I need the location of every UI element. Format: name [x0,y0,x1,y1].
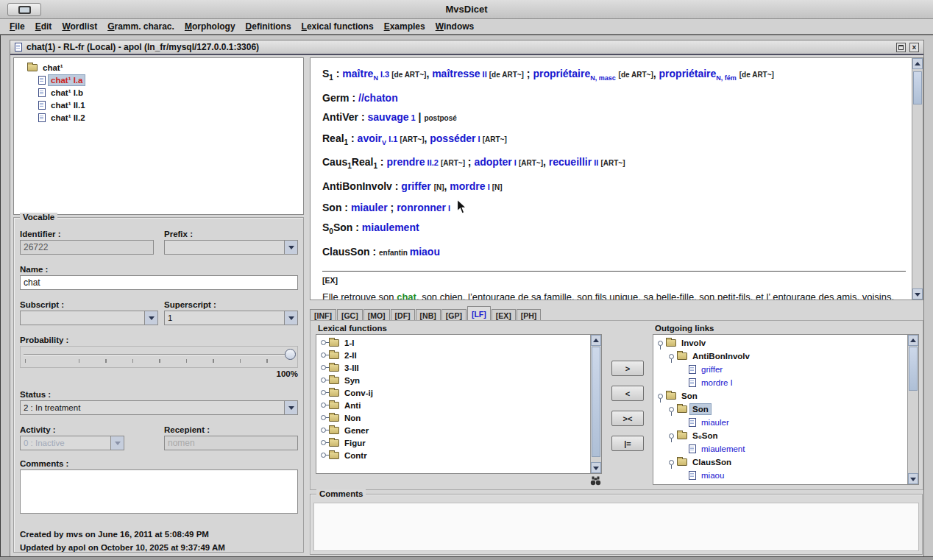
identifier-field[interactable] [20,240,154,255]
expand-toggle-icon[interactable] [321,365,326,370]
tree-node-gener[interactable]: Gener [316,424,601,436]
chevron-down-icon[interactable] [144,311,157,325]
expand-toggle-icon[interactable] [321,352,326,358]
menu-examples[interactable]: Examples [379,19,430,34]
app-titlebar: MvsDicet [0,0,933,19]
transfer-button-1[interactable]: < [611,386,644,401]
tree-node-chat-[interactable]: chat¹ [14,61,303,74]
menu-file[interactable]: File [4,19,30,34]
expand-toggle-icon[interactable] [321,403,326,408]
collapse-toggle-icon[interactable] [669,407,674,412]
scroll-up-icon[interactable] [908,335,918,346]
chevron-down-icon[interactable] [284,241,297,254]
tree-node-anti[interactable]: Anti [316,399,601,411]
collapse-toggle-icon[interactable] [658,341,663,346]
tree-node-s-son[interactable]: S₀Son [653,429,918,442]
status-combobox[interactable]: 2 : In treatment [20,400,298,415]
collapse-toggle-icon[interactable] [658,394,663,399]
transfer-button-3[interactable]: |= [611,436,644,451]
tree-node-chat-ii-2[interactable]: chat¹ II.2 [14,111,303,124]
tree-node-3-iii[interactable]: 3-III [316,361,601,374]
scroll-up-icon[interactable] [591,335,601,346]
menu-morphology[interactable]: Morphology [180,19,241,34]
tab-mo[interactable]: [MO] [363,309,390,321]
prefix-combobox[interactable] [164,240,298,255]
expand-toggle-icon[interactable] [321,340,326,345]
tree-node-1-i[interactable]: 1-I [316,336,601,349]
menu-lexical-functions[interactable]: Lexical functions [297,19,379,34]
chevron-down-icon[interactable] [284,311,297,325]
expand-toggle-icon[interactable] [321,428,326,433]
maximize-icon[interactable] [896,43,906,52]
tree-node-son[interactable]: Son [653,403,918,416]
scroll-down-icon[interactable] [908,473,918,484]
chevron-down-icon[interactable] [284,401,297,414]
scrollbar-thumb[interactable] [592,347,600,457]
slider-thumb[interactable] [285,349,296,360]
search-binoculars-icon[interactable] [590,476,601,486]
collapse-toggle-icon[interactable] [669,460,674,465]
menu-windows[interactable]: Windows [430,19,480,34]
scroll-up-icon[interactable] [912,58,923,69]
activity-combobox: 0 : Inactive [20,436,124,450]
tab-inf[interactable]: [INF] [310,309,336,321]
text-segment: : [352,221,361,233]
tab-gp[interactable]: [GP] [441,309,466,321]
menu-gramm-charac-[interactable]: Gramm. charac. [102,19,180,34]
tree-node-griffer[interactable]: griffer [653,363,918,376]
scroll-down-icon[interactable] [591,462,601,473]
tree-node-contr[interactable]: Contr [316,449,601,461]
name-field[interactable] [20,275,298,290]
tree-node-conv-ij[interactable]: Conv-ij [316,386,601,399]
tree-node-chat-i-a[interactable]: chat¹ I.a [14,74,303,86]
tree-node-syn[interactable]: Syn [316,374,601,386]
transfer-button-2[interactable]: >< [611,411,644,426]
record-window-titlebar[interactable]: chat(1) - RL-fr (Local) - apol (ln_fr/my… [10,40,923,55]
tree-node-involv[interactable]: Involv [653,336,918,350]
outgoing-scrollbar[interactable] [907,335,918,484]
probability-slider[interactable] [20,346,298,368]
subscript-combobox[interactable] [20,311,158,325]
tab-lf[interactable]: [LF] [467,306,491,321]
superscript-combobox[interactable]: 1 [164,311,298,325]
tree-node-miaou[interactable]: miaou [653,469,918,482]
tree-node-antiboninvolv[interactable]: AntiBonInvolv [653,350,918,363]
text-segment: Germ [322,92,350,104]
tree-node-2-ii[interactable]: 2-II [316,349,601,361]
vocable-comments-area[interactable] [20,469,298,514]
article-scrollbar[interactable] [912,58,923,300]
tree-node-miaulement[interactable]: miaulement [653,442,918,456]
expand-toggle-icon[interactable] [321,390,326,395]
tree-node-chat-i-b[interactable]: chat¹ I.b [14,86,303,99]
tree-node-chat-ii-1[interactable]: chat¹ II.1 [14,99,303,111]
tree-node-figur[interactable]: Figur [316,436,601,449]
expand-toggle-icon[interactable] [321,378,326,383]
menu-wordlist[interactable]: Wordlist [57,19,102,34]
transfer-button-0[interactable]: > [611,361,644,376]
collapse-toggle-icon[interactable] [669,354,674,359]
scrollbar-thumb[interactable] [913,71,922,104]
close-icon[interactable]: × [909,43,919,52]
collapse-toggle-icon[interactable] [669,433,674,439]
lexical-function-line: S0Son : miaulement [322,218,907,242]
menu-edit[interactable]: Edit [30,19,57,34]
comments-area[interactable] [313,503,919,551]
scroll-down-icon[interactable] [912,288,923,300]
expand-toggle-icon[interactable] [321,415,326,420]
expand-toggle-icon[interactable] [321,453,326,458]
tree-node-clausson[interactable]: ClausSon [653,456,918,469]
tree-node-miauler[interactable]: miauler [653,416,918,429]
tab-df[interactable]: [DF] [391,309,415,321]
text-segment: ; [388,202,397,213]
tree-node-non[interactable]: Non [316,411,601,424]
tab-nb[interactable]: [NB] [416,309,441,321]
tree-node-mordre-i[interactable]: mordre I [653,376,918,389]
menu-definitions[interactable]: Definitions [241,19,297,34]
tab-ph[interactable]: [PH] [517,309,542,321]
lf-scrollbar[interactable] [590,335,601,473]
tab-ex[interactable]: [EX] [492,309,516,321]
expand-toggle-icon[interactable] [321,440,326,445]
tab-gc[interactable]: [GC] [337,309,363,321]
scrollbar-thumb[interactable] [909,347,918,391]
tree-node-son[interactable]: Son [653,389,918,403]
